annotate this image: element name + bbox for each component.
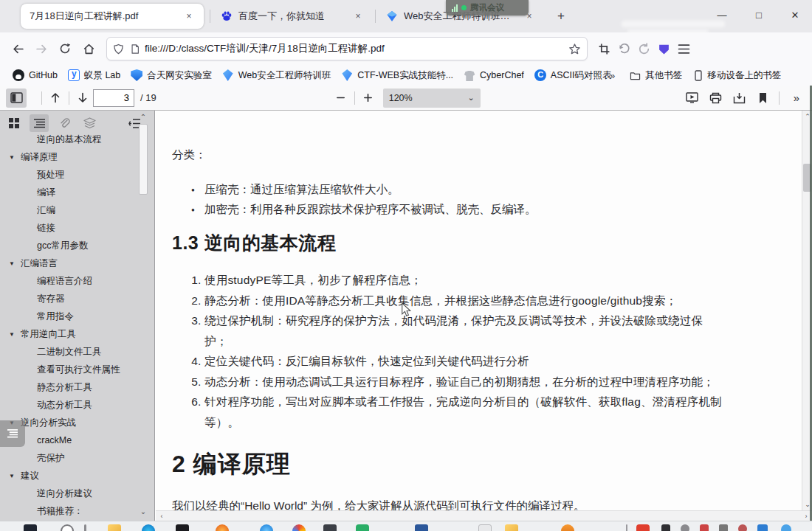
reload-button[interactable] bbox=[53, 37, 77, 60]
tray-icon[interactable] bbox=[681, 524, 689, 531]
tab-close-icon[interactable]: × bbox=[182, 9, 196, 24]
bookmark-star-icon[interactable] bbox=[568, 43, 581, 55]
tab-pdf[interactable]: 7月18日逆向工程讲解.pdf × bbox=[21, 4, 204, 29]
maximize-button[interactable]: □ bbox=[742, 0, 776, 30]
caret-icon[interactable]: ▼ bbox=[9, 331, 16, 338]
presentation-mode-button[interactable] bbox=[681, 88, 702, 108]
tray-icon[interactable] bbox=[738, 524, 747, 531]
terminal-icon[interactable] bbox=[176, 524, 189, 531]
ida-icon[interactable] bbox=[323, 524, 337, 531]
menu-hamburger-icon[interactable] bbox=[678, 44, 690, 55]
thumbnails-view-button[interactable] bbox=[4, 114, 24, 132]
zoom-select[interactable]: 120% ⌄ bbox=[383, 88, 481, 108]
outline-item[interactable]: 汇编 bbox=[0, 201, 154, 219]
undo-extension-icon[interactable] bbox=[618, 43, 630, 55]
close-button[interactable]: ✕ bbox=[778, 0, 812, 30]
zoom-in-button[interactable] bbox=[358, 88, 379, 108]
firefox-icon[interactable] bbox=[216, 524, 229, 531]
wechat-icon[interactable] bbox=[356, 524, 369, 531]
outline-view-button[interactable] bbox=[30, 114, 49, 132]
outline-item[interactable]: 查看可执行文件属性 bbox=[0, 361, 154, 378]
tray-icon[interactable] bbox=[700, 524, 709, 531]
bookmark-item[interactable]: Web安全工程师特训班 bbox=[217, 67, 336, 84]
save-button[interactable] bbox=[729, 88, 749, 108]
tencent-meeting-overlay[interactable]: 腾讯会议 bbox=[446, 0, 529, 15]
adblock-extension-icon[interactable] bbox=[658, 43, 670, 55]
outline-item[interactable]: 常用指令 bbox=[0, 308, 154, 325]
word-icon[interactable] bbox=[415, 524, 428, 531]
bookmark-item[interactable]: 合天网安实验室 bbox=[125, 67, 217, 84]
screenshot-tool-icon[interactable] bbox=[598, 43, 610, 55]
horizontal-scrollbar[interactable]: ‹ › bbox=[156, 510, 812, 521]
outline-item[interactable]: ▼ 汇编语言 bbox=[0, 254, 154, 272]
print-button[interactable] bbox=[705, 88, 726, 108]
start-button-icon[interactable] bbox=[24, 524, 37, 531]
search-icon[interactable] bbox=[61, 524, 74, 531]
tray-icon[interactable] bbox=[719, 524, 728, 531]
mobile-bookmarks[interactable]: 移动设备上的书签 bbox=[694, 69, 781, 82]
winhex-icon[interactable] bbox=[561, 524, 574, 531]
snipaste-tray-icon[interactable] bbox=[636, 524, 650, 531]
task-view-icon[interactable] bbox=[84, 524, 86, 531]
outline-item[interactable]: ▼ 编译原理 bbox=[0, 148, 154, 166]
app-window-icon[interactable] bbox=[478, 524, 492, 531]
outline-item[interactable]: 二进制文件工具 bbox=[0, 343, 154, 361]
outline-item[interactable]: 编程语言介绍 bbox=[0, 272, 154, 290]
other-bookmarks[interactable]: 其他书签 bbox=[630, 69, 682, 82]
bookmark-item[interactable]: CyberChef bbox=[458, 67, 529, 83]
outline-item[interactable]: gcc常用参数 bbox=[0, 237, 154, 254]
caret-icon[interactable]: ▼ bbox=[9, 473, 16, 479]
outline-item[interactable]: 逆向的基本流程 bbox=[0, 131, 154, 148]
scroll-left-arrow[interactable]: ‹ bbox=[156, 511, 168, 521]
minimize-button[interactable]: — bbox=[705, 0, 739, 30]
bookmarks-overflow-chevron[interactable]: » bbox=[610, 70, 613, 81]
bookmark-item[interactable]: 蚁景 Lab bbox=[63, 67, 125, 84]
outline-item[interactable]: 逆向分析建议 bbox=[0, 485, 154, 502]
folder-icon[interactable] bbox=[505, 524, 518, 531]
file-explorer-icon[interactable] bbox=[108, 524, 121, 531]
home-button[interactable] bbox=[77, 37, 100, 60]
back-button[interactable] bbox=[6, 37, 30, 60]
url-text[interactable]: file:///D:/class/CTF培训/天津/7月18日逆向工程讲解.pd… bbox=[145, 42, 568, 55]
tab-baidu[interactable]: 百度一下，你就知道 × bbox=[212, 4, 373, 29]
layers-view-button[interactable] bbox=[80, 114, 99, 132]
toggle-sidebar-button[interactable] bbox=[6, 88, 27, 108]
outline-item[interactable]: 书籍推荐： bbox=[0, 502, 154, 520]
outline-item[interactable]: 壳保护 bbox=[0, 449, 154, 467]
outline-item[interactable]: 动态分析工具 bbox=[0, 396, 154, 414]
page-number-input[interactable] bbox=[93, 89, 134, 107]
url-bar[interactable]: file:///D:/class/CTF培训/天津/7月18日逆向工程讲解.pd… bbox=[106, 37, 588, 60]
caret-icon[interactable]: ▼ bbox=[9, 260, 16, 267]
current-bookmark-button[interactable] bbox=[752, 88, 773, 108]
edge-browser-icon[interactable] bbox=[142, 524, 155, 531]
tray-icon[interactable] bbox=[757, 524, 768, 531]
refresh-extension-icon[interactable] bbox=[638, 43, 650, 55]
outline-item[interactable]: 链接 bbox=[0, 219, 154, 237]
outline-item[interactable]: 寄存器 bbox=[0, 290, 154, 308]
outline-item[interactable]: 预处理 bbox=[0, 166, 154, 184]
previous-page-button[interactable] bbox=[45, 88, 66, 108]
bookmark-item[interactable]: ASCII码对照表 bbox=[529, 67, 617, 84]
outline-item[interactable]: ▼ 常用逆向工具 bbox=[0, 325, 154, 343]
zoom-out-button[interactable] bbox=[331, 88, 351, 108]
bookmark-item[interactable]: CTF-WEB实战技能特... bbox=[336, 67, 458, 84]
tray-icon[interactable] bbox=[661, 524, 670, 531]
chrome-icon[interactable] bbox=[292, 524, 306, 531]
bookmark-item[interactable]: GitHub bbox=[7, 67, 63, 83]
outline-item[interactable]: ▼ 建议 bbox=[0, 467, 154, 485]
tray-icon[interactable] bbox=[781, 524, 791, 531]
more-tools-button[interactable]: » bbox=[785, 88, 806, 108]
windows-taskbar[interactable] bbox=[0, 521, 812, 531]
outline-item[interactable]: 静态分析工具 bbox=[0, 378, 154, 396]
outline-item[interactable]: 编译 bbox=[0, 184, 154, 201]
caret-icon[interactable]: ▼ bbox=[9, 154, 16, 161]
next-page-button[interactable] bbox=[72, 88, 93, 108]
sidebar-scroll-up-arrow[interactable]: ⌃ bbox=[137, 113, 149, 123]
qq-icon[interactable] bbox=[260, 524, 273, 531]
sidebar-scroll-down-arrow[interactable]: ⌄ bbox=[137, 507, 149, 518]
tab-close-icon[interactable]: × bbox=[351, 9, 365, 24]
sidebar-scrollbar-thumb[interactable] bbox=[139, 124, 148, 195]
new-tab-button[interactable]: + bbox=[551, 6, 571, 27]
forward-button[interactable] bbox=[30, 37, 53, 60]
floating-annotation-tool[interactable] bbox=[0, 420, 25, 447]
